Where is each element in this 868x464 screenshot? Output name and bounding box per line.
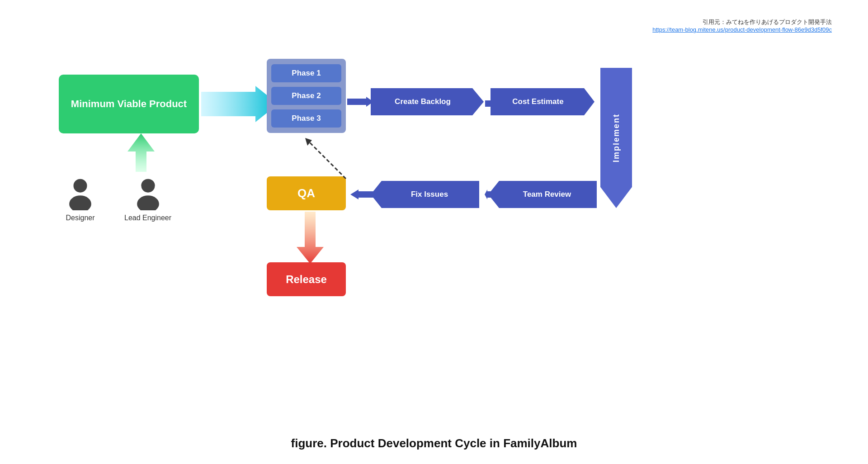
citation: 引用元：みてねを作りあげるプロダクト開発手法 https://team-blog… [652, 18, 832, 33]
citation-link[interactable]: https://team-blog.mitene.us/product-deve… [652, 26, 832, 33]
team-review-node: Team Review [488, 181, 597, 208]
phases-container: Phase 1 Phase 2 Phase 3 [267, 59, 346, 133]
arrow-fixissues-to-qa [350, 189, 374, 199]
cost-estimate-node: Cost Estimate [491, 88, 594, 115]
cost-estimate-label: Cost Estimate [512, 97, 572, 106]
arrow-teamreview-to-fixissues [485, 189, 494, 199]
release-node: Release [267, 262, 346, 296]
qa-node: QA [267, 176, 346, 210]
release-label: Release [286, 273, 327, 286]
arrow-phases-to-backlog [347, 97, 373, 107]
fix-issues-label: Fix Issues [402, 190, 448, 199]
mvp-box: Minimum Viable Product [59, 75, 199, 133]
persons-container: Designer Lead Engineer [63, 176, 171, 222]
designer-person: Designer [63, 176, 97, 222]
phase-1: Phase 1 [271, 64, 341, 82]
implement-node: Implement [600, 68, 632, 208]
fix-issues-node: Fix Issues [371, 181, 479, 208]
svg-marker-11 [350, 189, 374, 199]
svg-marker-12 [347, 97, 373, 107]
mvp-label: Minimum Viable Product [71, 98, 187, 111]
svg-line-1 [307, 140, 346, 179]
create-backlog-node: Create Backlog [371, 88, 484, 115]
lead-engineer-icon [131, 176, 165, 210]
dashed-feedback-arrow [303, 136, 353, 181]
implement-label: Implement [612, 114, 621, 162]
svg-point-8 [137, 195, 159, 210]
arrow-qa-to-release [297, 212, 324, 264]
citation-text: 引用元：みてねを作りあげるプロダクト開発手法 [652, 18, 832, 26]
phase-3: Phase 3 [271, 109, 341, 128]
svg-point-5 [74, 179, 87, 193]
lead-engineer-person: Lead Engineer [124, 176, 171, 222]
figure-caption: figure. Product Development Cycle in Fam… [0, 436, 868, 450]
arrow-backlog-to-cost [485, 99, 495, 109]
svg-marker-3 [297, 212, 324, 264]
svg-marker-4 [127, 133, 155, 172]
lead-engineer-label: Lead Engineer [124, 214, 171, 222]
qa-label: QA [297, 186, 315, 200]
designer-label: Designer [66, 214, 94, 222]
phase-2: Phase 2 [271, 87, 341, 105]
svg-point-6 [69, 195, 91, 210]
svg-marker-10 [485, 189, 494, 199]
svg-marker-9 [485, 99, 495, 109]
arrow-up-to-mvp [127, 133, 155, 172]
create-backlog-label: Create Backlog [395, 97, 460, 106]
designer-icon [63, 176, 97, 210]
team-review-label: Team Review [514, 190, 571, 199]
